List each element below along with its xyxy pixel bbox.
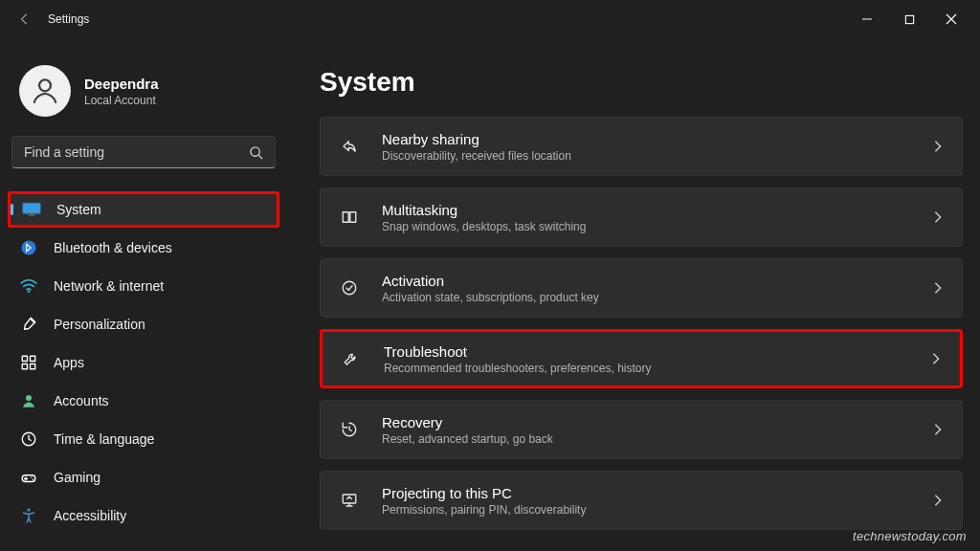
- nav-label: Gaming: [54, 470, 100, 485]
- nav-label: Network & internet: [54, 278, 164, 294]
- svg-rect-9: [22, 364, 27, 369]
- share-icon: [338, 135, 361, 158]
- svg-rect-18: [343, 495, 356, 503]
- chevron-right-icon: [931, 140, 945, 153]
- chevron-right-icon: [931, 210, 945, 224]
- user-subtitle: Local Account: [84, 94, 159, 107]
- maximize-button[interactable]: [888, 4, 930, 34]
- close-button[interactable]: [930, 4, 972, 34]
- card-subtitle: Permissions, pairing PIN, discoverabilit…: [382, 503, 931, 517]
- svg-rect-7: [22, 356, 27, 361]
- card-list: Nearby sharing Discoverability, received…: [320, 117, 967, 530]
- sidebar-item-time-language[interactable]: Time & language: [8, 421, 279, 457]
- content-pane: System Nearby sharing Discoverability, r…: [287, 38, 980, 551]
- svg-point-5: [22, 241, 36, 255]
- activation-icon: [338, 276, 361, 299]
- person-icon: [19, 391, 38, 410]
- chevron-right-icon: [929, 352, 943, 365]
- svg-point-2: [251, 146, 259, 155]
- search-input[interactable]: [24, 144, 249, 160]
- card-subtitle: Reset, advanced startup, go back: [382, 432, 931, 446]
- gamepad-icon: [19, 468, 38, 487]
- card-troubleshoot[interactable]: Troubleshoot Recommended troubleshooters…: [320, 329, 963, 388]
- nav-list: SystemBluetooth & devicesNetwork & inter…: [8, 191, 279, 534]
- nav-label: Time & language: [54, 431, 154, 447]
- nav-label: Accessibility: [54, 508, 126, 523]
- accessibility-icon: [19, 506, 38, 525]
- nav-label: Accounts: [54, 393, 109, 408]
- back-button[interactable]: [8, 2, 42, 36]
- card-subtitle: Activation state, subscriptions, product…: [382, 291, 931, 304]
- wifi-icon: [19, 276, 38, 296]
- card-projecting-to-this-pc[interactable]: Projecting to this PC Permissions, pairi…: [320, 471, 963, 530]
- card-title: Troubleshoot: [384, 343, 929, 360]
- wrench-icon: [340, 347, 363, 370]
- card-title: Recovery: [382, 414, 931, 430]
- svg-point-17: [343, 281, 356, 295]
- svg-point-11: [26, 395, 32, 401]
- chevron-right-icon: [931, 281, 945, 295]
- card-title: Projecting to this PC: [382, 485, 931, 501]
- card-title: Nearby sharing: [382, 131, 931, 147]
- sidebar: Deependra Local Account SystemBluetooth …: [0, 38, 287, 551]
- card-subtitle: Recommended troubleshooters, preferences…: [384, 362, 929, 375]
- nav-label: Bluetooth & devices: [54, 240, 172, 255]
- project-icon: [338, 489, 361, 512]
- svg-rect-15: [343, 212, 348, 223]
- svg-rect-10: [31, 364, 35, 369]
- search-icon: [249, 145, 263, 160]
- chevron-right-icon: [931, 423, 945, 436]
- sidebar-item-gaming[interactable]: Gaming: [8, 459, 279, 496]
- card-nearby-sharing[interactable]: Nearby sharing Discoverability, received…: [320, 117, 963, 176]
- user-block[interactable]: Deependra Local Account: [8, 48, 279, 136]
- svg-point-1: [39, 79, 51, 91]
- multitask-icon: [338, 206, 361, 229]
- brush-icon: [19, 315, 38, 334]
- chevron-right-icon: [931, 494, 945, 507]
- svg-rect-3: [23, 203, 40, 213]
- card-title: Multitasking: [382, 202, 931, 218]
- minimize-button[interactable]: [846, 4, 888, 34]
- search-box[interactable]: [11, 136, 276, 168]
- nav-label: System: [56, 202, 101, 217]
- sidebar-item-apps[interactable]: Apps: [8, 344, 279, 381]
- sidebar-item-accounts[interactable]: Accounts: [8, 383, 279, 419]
- svg-rect-4: [29, 214, 35, 216]
- svg-point-14: [28, 509, 31, 512]
- svg-rect-8: [31, 356, 35, 361]
- recovery-icon: [338, 418, 361, 441]
- sidebar-item-system[interactable]: System: [8, 191, 279, 228]
- svg-point-6: [28, 291, 31, 294]
- bluetooth-icon: [19, 238, 38, 257]
- sidebar-item-network-internet[interactable]: Network & internet: [8, 268, 279, 304]
- watermark: technewstoday.com: [853, 529, 967, 543]
- apps-icon: [19, 353, 38, 372]
- card-multitasking[interactable]: Multitasking Snap windows, desktops, tas…: [320, 187, 963, 247]
- sidebar-item-accessibility[interactable]: Accessibility: [8, 497, 279, 534]
- user-name: Deependra: [84, 76, 159, 92]
- title-bar: Settings: [0, 0, 980, 38]
- card-subtitle: Snap windows, desktops, task switching: [382, 220, 931, 233]
- page-title: System: [320, 67, 967, 98]
- sidebar-item-personalization[interactable]: Personalization: [8, 306, 279, 342]
- nav-label: Personalization: [54, 317, 145, 332]
- window-controls: [846, 4, 972, 34]
- card-title: Activation: [382, 273, 931, 289]
- clock-icon: [19, 430, 38, 449]
- card-subtitle: Discoverability, received files location: [382, 149, 931, 163]
- card-activation[interactable]: Activation Activation state, subscriptio…: [320, 258, 963, 318]
- svg-rect-16: [350, 212, 356, 223]
- sidebar-item-bluetooth-devices[interactable]: Bluetooth & devices: [8, 230, 279, 266]
- app-title: Settings: [48, 12, 89, 26]
- nav-label: Apps: [54, 355, 84, 370]
- avatar: [19, 65, 71, 117]
- svg-rect-0: [905, 15, 913, 23]
- monitor-icon: [22, 200, 41, 219]
- card-recovery[interactable]: Recovery Reset, advanced startup, go bac…: [320, 400, 963, 459]
